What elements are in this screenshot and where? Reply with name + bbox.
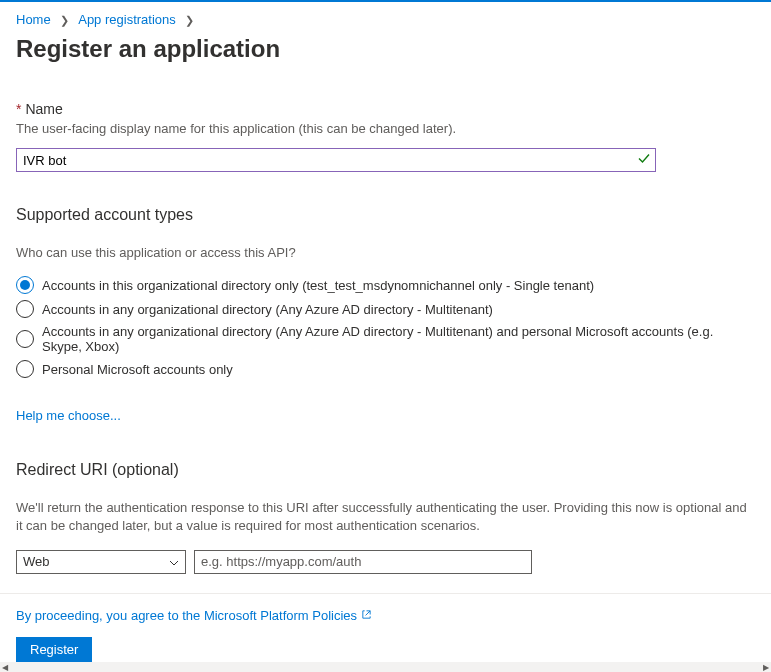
radio-icon bbox=[16, 300, 34, 318]
radio-icon bbox=[16, 360, 34, 378]
register-button[interactable]: Register bbox=[16, 637, 92, 662]
name-input[interactable] bbox=[16, 148, 656, 172]
account-type-option-3[interactable]: Personal Microsoft accounts only bbox=[16, 360, 755, 378]
chevron-right-icon: ❯ bbox=[60, 14, 69, 26]
breadcrumb: Home ❯ App registrations ❯ bbox=[16, 2, 755, 35]
help-me-choose-link[interactable]: Help me choose... bbox=[16, 408, 121, 423]
radio-label: Accounts in any organizational directory… bbox=[42, 324, 755, 354]
scroll-left-icon: ◀ bbox=[0, 662, 10, 672]
radio-label: Personal Microsoft accounts only bbox=[42, 362, 233, 377]
platform-policies-link[interactable]: By proceeding, you agree to the Microsof… bbox=[16, 608, 372, 623]
external-link-icon bbox=[361, 608, 372, 623]
footer: By proceeding, you agree to the Microsof… bbox=[0, 593, 771, 672]
redirect-uri-input[interactable] bbox=[194, 550, 532, 574]
name-label: *Name bbox=[16, 101, 755, 117]
account-types-title: Supported account types bbox=[16, 206, 755, 224]
account-type-option-0[interactable]: Accounts in this organizational director… bbox=[16, 276, 755, 294]
radio-label: Accounts in this organizational director… bbox=[42, 278, 594, 293]
name-description: The user-facing display name for this ap… bbox=[16, 121, 755, 136]
account-types-desc: Who can use this application or access t… bbox=[16, 244, 755, 262]
account-type-option-1[interactable]: Accounts in any organizational directory… bbox=[16, 300, 755, 318]
checkmark-icon bbox=[638, 153, 650, 168]
chevron-right-icon: ❯ bbox=[185, 14, 194, 26]
chevron-down-icon bbox=[169, 554, 179, 569]
scroll-right-icon: ▶ bbox=[761, 662, 771, 672]
radio-icon bbox=[16, 330, 34, 348]
dropdown-value: Web bbox=[23, 554, 50, 569]
page-title: Register an application bbox=[16, 35, 755, 63]
radio-label: Accounts in any organizational directory… bbox=[42, 302, 493, 317]
redirect-desc: We'll return the authentication response… bbox=[16, 499, 755, 535]
horizontal-scrollbar[interactable]: ◀ ▶ bbox=[0, 662, 771, 672]
redirect-title: Redirect URI (optional) bbox=[16, 461, 755, 479]
radio-icon bbox=[16, 276, 34, 294]
breadcrumb-home[interactable]: Home bbox=[16, 12, 51, 27]
breadcrumb-app-registrations[interactable]: App registrations bbox=[78, 12, 176, 27]
redirect-platform-dropdown[interactable]: Web bbox=[16, 550, 186, 574]
account-type-option-2[interactable]: Accounts in any organizational directory… bbox=[16, 324, 755, 354]
